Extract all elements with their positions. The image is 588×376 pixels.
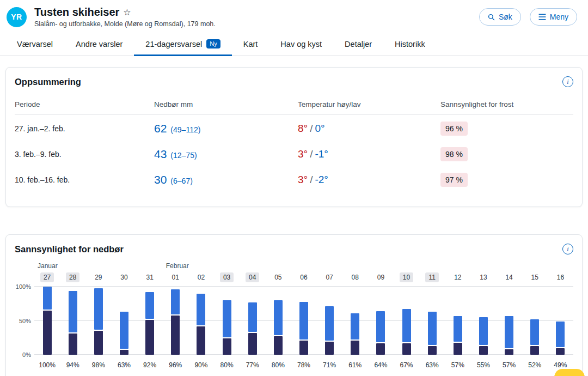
month-label: Januar: [38, 262, 58, 270]
tab-label: Detaljer: [345, 40, 372, 48]
litt-nedbor-segment: [197, 294, 205, 325]
total-percent-label: 57%: [503, 361, 516, 369]
mye-nedbor-segment: [197, 326, 205, 355]
tab-detaljer[interactable]: Detaljer: [333, 33, 383, 56]
precip-bar: [223, 300, 231, 355]
frost-cell: 97 %: [440, 175, 573, 184]
litt-nedbor-segment: [428, 312, 437, 345]
y-axis-label: 100%: [10, 283, 31, 290]
mye-nedbor-segment: [248, 333, 257, 355]
info-icon: i: [567, 245, 568, 253]
date-label: 08: [352, 274, 359, 281]
mye-nedbor-segment: [274, 336, 283, 355]
table-row: 3. feb.–9. feb.43(12–75)3°/-1°98 %: [15, 141, 573, 167]
date-cell: 15: [522, 274, 548, 281]
chart-percent-row: 100%94%98%63%92%96%90%80%77%80%78%71%61%…: [34, 361, 573, 369]
litt-nedbor-segment: [274, 300, 283, 335]
mye-nedbor-segment: [325, 342, 334, 355]
mye-nedbor-segment: [402, 343, 411, 355]
precipitation-info-button[interactable]: i: [562, 244, 573, 254]
tab-hav-og-kyst[interactable]: Hav og kyst: [269, 33, 333, 56]
temp-separator: /: [310, 123, 313, 134]
date-label: 01: [172, 274, 179, 281]
mye-nedbor-segment: [223, 338, 231, 355]
date-cell: 12: [445, 274, 470, 281]
header-actions: Søk Meny: [479, 8, 583, 26]
mye-nedbor-segment: [299, 341, 308, 355]
favorite-star-icon[interactable]: ☆: [123, 7, 131, 17]
date-label: 12: [454, 274, 461, 281]
mye-nedbor-segment: [505, 349, 513, 355]
total-percent-label: 94%: [66, 361, 79, 369]
date-cell: 16: [548, 274, 573, 281]
precip-bar: [94, 288, 103, 355]
litt-nedbor-segment: [145, 292, 154, 319]
bar-column: [470, 287, 496, 355]
litt-nedbor-segment: [454, 316, 462, 342]
date-cell: 28: [60, 274, 85, 281]
mye-nedbor-segment: [43, 311, 52, 355]
date-label: 10: [400, 272, 413, 282]
bars-row: [34, 287, 573, 355]
temperature-cell: 3°/-1°: [298, 148, 440, 160]
mye-nedbor-segment: [120, 350, 128, 355]
litt-nedbor-segment: [69, 291, 77, 333]
frost-probability-badge: 96 %: [440, 122, 468, 136]
date-cell: 27: [34, 274, 60, 281]
chart-plot: 0%50%100%: [34, 287, 573, 355]
bar-column: [394, 287, 419, 355]
bar-column: [240, 287, 265, 355]
date-cell: 10: [394, 274, 419, 281]
date-cell: 07: [317, 274, 342, 281]
tab-andre-varsler[interactable]: Andre varsler: [64, 33, 134, 56]
precip-bar: [197, 294, 205, 355]
precip-bar: [505, 316, 513, 355]
precip-bar: [274, 300, 283, 355]
bar-column: [445, 287, 470, 355]
summary-info-button[interactable]: i: [562, 76, 573, 87]
tab-kart[interactable]: Kart: [232, 33, 270, 56]
date-cell: 04: [240, 274, 265, 281]
percent-cell: 57%: [497, 361, 522, 369]
bar-column: [342, 287, 368, 355]
precip-bar: [145, 292, 154, 355]
tab-historikk[interactable]: Historikk: [383, 33, 437, 56]
litt-nedbor-segment: [120, 312, 128, 349]
date-cell: 31: [137, 274, 163, 281]
litt-nedbor-segment: [376, 311, 385, 342]
date-label: 04: [246, 272, 259, 282]
total-percent-label: 63%: [426, 361, 439, 369]
percent-cell: 71%: [317, 361, 342, 369]
chart-month-labels: JanuarFebruar: [34, 262, 573, 271]
search-button[interactable]: Søk: [479, 8, 521, 26]
total-percent-label: 61%: [348, 361, 362, 369]
precip-range: (12–75): [170, 151, 197, 160]
date-label: 11: [425, 272, 438, 282]
tab-bar: VærvarselAndre varsler21-dagersvarselNyK…: [0, 33, 588, 56]
date-cell: 29: [85, 274, 111, 281]
percent-cell: 94%: [60, 361, 85, 369]
frost-probability-badge: 97 %: [440, 173, 468, 187]
tab-21-dagersvarsel[interactable]: 21-dagersvarselNy: [134, 33, 231, 56]
total-percent-label: 80%: [220, 361, 234, 369]
menu-button[interactable]: Meny: [530, 8, 577, 26]
tab-vaervarsel[interactable]: Værvarsel: [5, 33, 64, 56]
feedback-button[interactable]: [554, 369, 585, 376]
yr-logo[interactable]: YR: [7, 7, 27, 27]
frost-cell: 98 %: [440, 150, 573, 159]
litt-nedbor-segment: [351, 313, 359, 339]
date-label: 31: [146, 274, 153, 281]
bar-column: [163, 287, 188, 355]
bar-column: [291, 287, 316, 355]
percent-cell: 63%: [419, 361, 445, 369]
date-cell: 09: [368, 274, 394, 281]
temperature-cell: 3°/-2°: [298, 174, 440, 186]
percent-cell: 67%: [394, 361, 419, 369]
summary-table-header: PeriodeNedbør mmTemperatur høy/lavSannsy…: [15, 100, 573, 114]
percent-cell: 78%: [291, 361, 316, 369]
date-label: 13: [480, 274, 487, 281]
date-cell: 03: [214, 274, 240, 281]
tab-label: Værvarsel: [17, 40, 53, 48]
precip-bar: [69, 291, 77, 355]
date-label: 07: [326, 274, 333, 281]
